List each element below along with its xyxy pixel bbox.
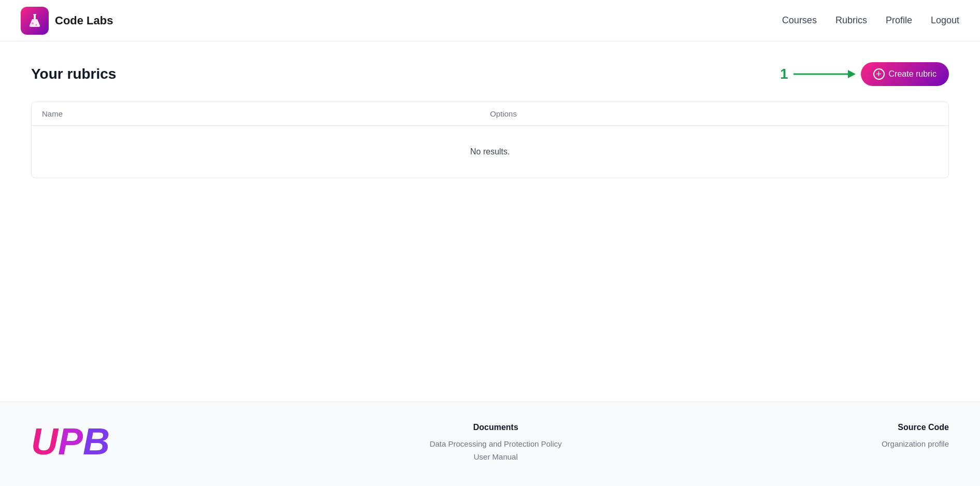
main-nav: Courses Rubrics Profile Logout (782, 15, 959, 26)
table-header: Name Options (32, 102, 948, 126)
upb-logo: U P B (31, 423, 110, 460)
footer-logo: U P B (31, 423, 110, 460)
logo-icon (21, 7, 49, 35)
nav-rubrics[interactable]: Rubrics (835, 15, 867, 26)
page-title: Your rubrics (31, 66, 116, 82)
site-footer: U P B Documents Data Processing and Prot… (0, 402, 980, 486)
svg-marker-5 (848, 70, 856, 78)
logo-area: Code Labs (21, 7, 113, 35)
annotation-number: 1 (780, 66, 788, 82)
footer-documents: Documents Data Processing and Protection… (429, 423, 561, 465)
footer-link-org-profile[interactable]: Organization profile (882, 439, 949, 448)
flask-icon (27, 13, 42, 28)
annotation-area: 1 + Create rubric (780, 62, 949, 86)
plus-icon: + (873, 68, 885, 80)
col-name: Name (42, 109, 490, 118)
table-body: No results. (32, 126, 948, 178)
svg-rect-1 (34, 15, 36, 19)
create-rubric-label: Create rubric (889, 69, 936, 79)
footer-link-user-manual[interactable]: User Manual (429, 452, 561, 461)
nav-logout[interactable]: Logout (931, 15, 959, 26)
svg-rect-0 (33, 14, 36, 15)
source-code-title: Source Code (882, 423, 949, 432)
upb-u-letter: U (31, 423, 58, 460)
annotation-arrow (794, 66, 856, 82)
rubrics-table: Name Options No results. (31, 102, 949, 178)
upb-b-letter: B (83, 423, 110, 460)
nav-profile[interactable]: Profile (886, 15, 912, 26)
logo-text: Code Labs (55, 14, 113, 27)
upb-p-letter: P (58, 423, 83, 460)
site-header: Code Labs Courses Rubrics Profile Logout (0, 0, 980, 41)
col-options: Options (490, 109, 938, 118)
footer-source-code: Source Code Organization profile (882, 423, 949, 452)
svg-point-2 (32, 22, 34, 24)
documents-title: Documents (429, 423, 561, 432)
create-rubric-button[interactable]: + Create rubric (861, 62, 949, 86)
main-content: Your rubrics 1 + Create rubric Name Opti… (0, 41, 980, 402)
page-header: Your rubrics 1 + Create rubric (31, 62, 949, 86)
nav-courses[interactable]: Courses (782, 15, 817, 26)
footer-link-data-policy[interactable]: Data Processing and Protection Policy (429, 439, 561, 448)
svg-point-3 (36, 24, 37, 25)
no-results-message: No results. (470, 147, 510, 156)
